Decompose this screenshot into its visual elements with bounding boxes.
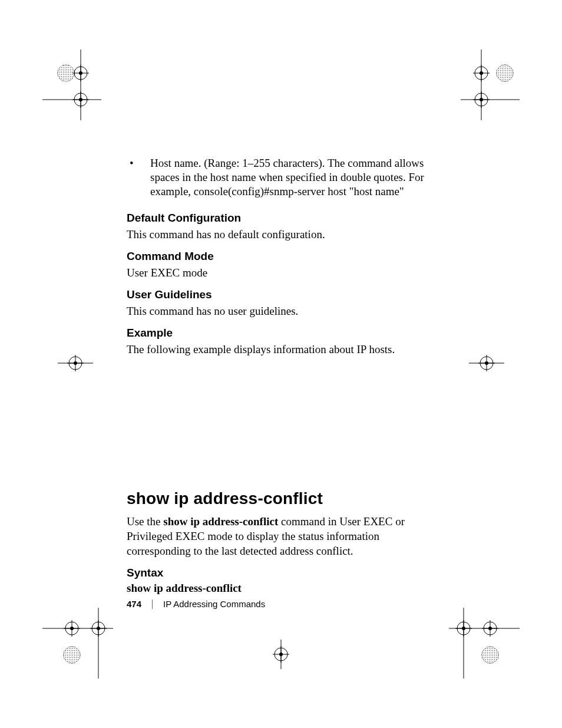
- body-command-mode: User EXEC mode: [127, 265, 433, 280]
- bullet-item: • Host name. (Range: 1–255 characters). …: [127, 156, 433, 199]
- heading-command-mode: Command Mode: [127, 250, 433, 263]
- heading-syntax: Syntax: [127, 566, 433, 579]
- svg-point-19: [480, 71, 483, 75]
- svg-point-50: [279, 653, 283, 656]
- body-user-guidelines: This command has no user guidelines.: [127, 304, 433, 318]
- svg-point-64: [488, 627, 492, 630]
- heading-user-guidelines: User Guidelines: [127, 288, 433, 301]
- command-intro: Use the show ip address-conflict command…: [127, 514, 433, 558]
- svg-point-60: [462, 627, 465, 630]
- svg-point-41: [70, 627, 74, 630]
- crop-mark-icon: [469, 351, 504, 375]
- page: • Host name. (Range: 1–255 characters). …: [0, 0, 562, 728]
- svg-point-28: [74, 361, 77, 365]
- intro-pre: Use the: [127, 515, 163, 528]
- crop-mark-icon: [42, 608, 113, 678]
- svg-point-33: [485, 361, 488, 365]
- bullet-icon: •: [127, 156, 150, 199]
- svg-point-15: [497, 65, 513, 81]
- svg-point-23: [480, 98, 483, 101]
- bullet-text: Host name. (Range: 1–255 characters). Th…: [150, 156, 433, 199]
- command-title: show ip address-conflict: [127, 489, 433, 508]
- heading-example: Example: [127, 327, 433, 340]
- crop-mark-icon: [461, 50, 520, 120]
- heading-default-configuration: Default Configuration: [127, 212, 433, 225]
- crop-mark-icon: [42, 50, 101, 120]
- syntax-line: show ip address-conflict: [127, 582, 433, 595]
- content-area: • Host name. (Range: 1–255 characters). …: [127, 156, 433, 601]
- crop-mark-icon: [449, 608, 520, 678]
- body-example: The following example displays informati…: [127, 342, 433, 357]
- crop-mark-icon: [263, 640, 299, 669]
- svg-point-56: [482, 647, 498, 663]
- svg-point-11: [79, 98, 82, 101]
- footer-separator-icon: [152, 599, 153, 609]
- chapter-title: IP Addressing Commands: [163, 599, 265, 609]
- crop-mark-icon: [58, 351, 93, 375]
- svg-point-37: [64, 647, 80, 663]
- svg-point-45: [97, 627, 100, 630]
- body-default-configuration: This command has no default configuratio…: [127, 227, 433, 242]
- svg-point-3: [58, 65, 74, 81]
- svg-point-7: [79, 71, 82, 75]
- intro-bold: show ip address-conflict: [163, 515, 278, 528]
- page-number: 474: [127, 599, 141, 609]
- page-footer: 474 IP Addressing Commands: [127, 599, 265, 609]
